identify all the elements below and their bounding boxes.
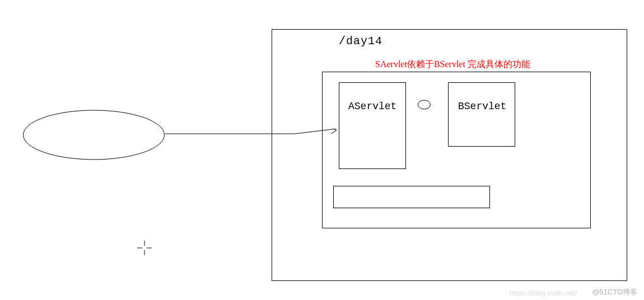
diagram-canvas: /day14 SAervlet依赖于BServlet 完成具体的功能 AServ… (0, 0, 644, 300)
svg-point-0 (24, 110, 165, 160)
aservlet-label: AServlet (348, 101, 396, 112)
bservlet-box (448, 82, 515, 147)
client-ellipse (22, 110, 165, 160)
bservlet-label: BServlet (458, 101, 506, 112)
aservlet-box (339, 82, 406, 169)
dependency-annotation: SAervlet依赖于BServlet 完成具体的功能 (375, 59, 530, 71)
svg-point-3 (418, 100, 431, 109)
connector-ellipse-icon (417, 100, 431, 110)
bottom-empty-box (333, 186, 490, 208)
watermark-csdn: https://blog.csdn.net/ (510, 289, 577, 297)
crosshair-icon (136, 240, 153, 256)
container-title: /day14 (339, 35, 382, 48)
watermark-51cto: @51CTO博客 (592, 287, 637, 297)
